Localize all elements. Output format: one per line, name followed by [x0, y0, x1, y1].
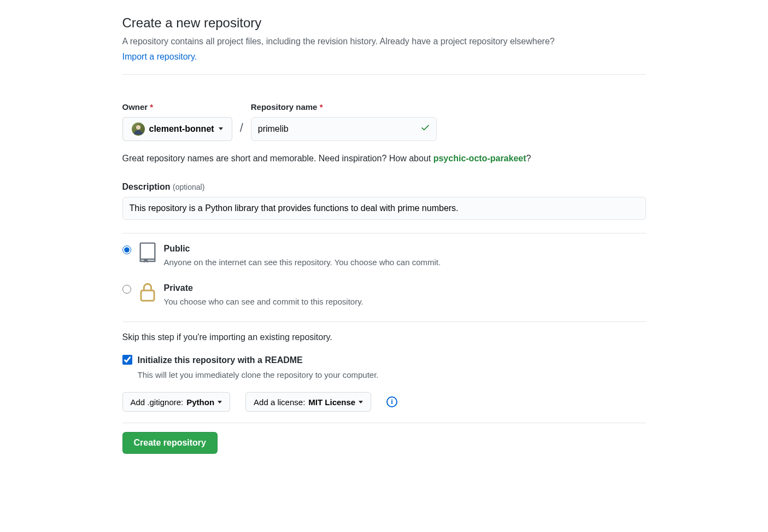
avatar — [132, 122, 145, 136]
caret-down-icon — [219, 127, 223, 130]
name-helper-text: Great repository names are short and mem… — [122, 152, 646, 165]
required-asterisk: * — [150, 102, 153, 112]
description-label: Description (optional) — [122, 180, 646, 194]
owner-username: clement-bonnet — [149, 124, 214, 134]
repo-icon — [139, 242, 156, 266]
info-icon[interactable]: i — [386, 396, 397, 407]
repo-name-input[interactable] — [251, 117, 437, 141]
private-title: Private — [164, 282, 364, 295]
private-radio[interactable] — [122, 285, 131, 294]
page-title: Create a new repository — [122, 13, 646, 33]
svg-point-0 — [136, 125, 140, 130]
lock-icon — [139, 282, 156, 306]
visibility-private-option[interactable]: Private You choose who can see and commi… — [122, 282, 646, 308]
public-title: Public — [164, 242, 441, 255]
private-desc: You choose who can see and commit to thi… — [164, 296, 364, 308]
required-asterisk: * — [320, 102, 323, 112]
divider — [122, 74, 646, 75]
skip-text: Skip this step if you're importing an ex… — [122, 331, 646, 344]
caret-down-icon — [218, 401, 222, 404]
owner-label: Owner * — [122, 101, 232, 114]
page-subtitle: A repository contains all project files,… — [122, 35, 646, 48]
visibility-public-option[interactable]: Public Anyone on the internet can see th… — [122, 242, 646, 269]
slash-separator: / — [239, 119, 244, 137]
check-icon — [420, 122, 430, 136]
svg-rect-1 — [140, 243, 155, 259]
gitignore-dropdown[interactable]: Add .gitignore: Python — [122, 392, 231, 412]
readme-desc: This will let you immediately clone the … — [138, 369, 646, 382]
name-suggestion[interactable]: psychic-octo-parakeet — [433, 154, 526, 163]
caret-down-icon — [359, 401, 363, 404]
divider — [122, 233, 646, 233]
import-repository-link[interactable]: Import a repository. — [122, 52, 197, 61]
readme-label: Initialize this repository with a README — [138, 354, 303, 367]
divider — [122, 321, 646, 322]
public-desc: Anyone on the internet can see this repo… — [164, 256, 441, 269]
divider — [122, 423, 646, 423]
license-dropdown[interactable]: Add a license: MIT License — [245, 392, 371, 412]
public-radio[interactable] — [122, 245, 131, 254]
owner-dropdown[interactable]: clement-bonnet — [122, 117, 232, 141]
svg-rect-2 — [141, 290, 154, 301]
description-input[interactable] — [122, 197, 646, 220]
repo-name-label: Repository name * — [251, 101, 437, 114]
create-repository-button[interactable]: Create repository — [122, 432, 218, 454]
readme-checkbox[interactable] — [122, 355, 132, 365]
